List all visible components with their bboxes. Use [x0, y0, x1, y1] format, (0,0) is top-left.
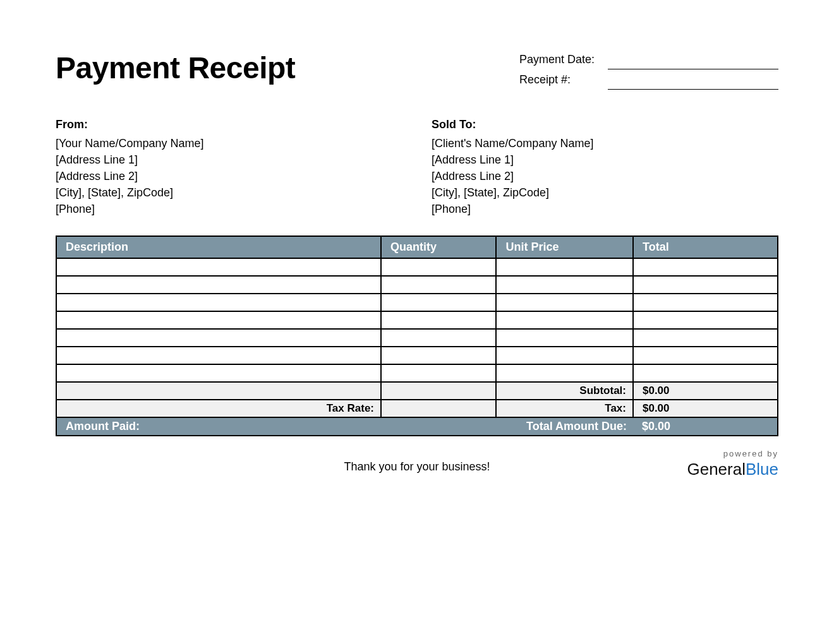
cell-unit-price[interactable]	[496, 311, 633, 329]
cell-quantity[interactable]	[381, 258, 496, 276]
brand-part1: General	[687, 460, 746, 479]
cell-quantity[interactable]	[381, 347, 496, 364]
table-row	[57, 258, 777, 276]
receipt-number-label: Receipt #:	[519, 73, 608, 90]
cell-description[interactable]	[57, 258, 381, 276]
sold-to-block: Sold To: [Client's Name/Company Name] [A…	[432, 116, 778, 218]
total-due-value: $0.00	[633, 417, 777, 435]
from-block: From: [Your Name/Company Name] [Address …	[56, 116, 402, 218]
tax-label: Tax:	[496, 400, 633, 417]
amount-paid-label: Amount Paid:	[57, 417, 381, 435]
cell-total[interactable]	[633, 258, 777, 276]
cell-description[interactable]	[57, 311, 381, 329]
tax-rate-label: Tax Rate:	[57, 400, 381, 417]
table-row	[57, 294, 777, 311]
table-row	[57, 311, 777, 329]
cell-total[interactable]	[633, 364, 777, 382]
cell-quantity[interactable]	[381, 276, 496, 294]
from-line: [Phone]	[56, 201, 402, 217]
sold-to-line: [Address Line 2]	[432, 168, 778, 184]
sold-to-heading: Sold To:	[432, 116, 778, 133]
cell-total[interactable]	[633, 294, 777, 311]
cell-quantity[interactable]	[381, 329, 496, 347]
col-description: Description	[57, 237, 381, 258]
col-total: Total	[633, 237, 777, 258]
sold-to-line: [City], [State], ZipCode]	[432, 184, 778, 201]
tax-value: $0.00	[633, 400, 777, 417]
table-row	[57, 347, 777, 364]
col-unit-price: Unit Price	[496, 237, 633, 258]
receipt-number-field[interactable]	[608, 73, 778, 90]
cell-description[interactable]	[57, 364, 381, 382]
sold-to-line: [Client's Name/Company Name]	[432, 135, 778, 152]
brand-logo: GeneralBlue	[687, 460, 778, 479]
cell-unit-price[interactable]	[496, 294, 633, 311]
amount-paid-value[interactable]	[381, 417, 496, 435]
brand-block: powered by GeneralBlue	[687, 449, 778, 479]
total-due-label: Total Amount Due:	[496, 417, 633, 435]
sold-to-line: [Address Line 1]	[432, 152, 778, 168]
from-line: [City], [State], ZipCode]	[56, 184, 402, 201]
amount-due-row: Amount Paid: Total Amount Due: $0.00	[57, 417, 777, 435]
tax-rate-value[interactable]	[381, 400, 496, 417]
items-table-wrap: Description Quantity Unit Price Total	[56, 236, 778, 436]
subtotal-value: $0.00	[633, 382, 777, 400]
cell-unit-price[interactable]	[496, 364, 633, 382]
from-line: [Your Name/Company Name]	[56, 135, 402, 152]
meta-block: Payment Date: Receipt #:	[519, 53, 778, 90]
page-title: Payment Receipt	[56, 51, 295, 85]
table-row	[57, 329, 777, 347]
payment-date-label: Payment Date:	[519, 53, 608, 69]
brand-part2: Blue	[746, 460, 778, 479]
tax-row: Tax Rate: Tax: $0.00	[57, 400, 777, 417]
cell-quantity[interactable]	[381, 294, 496, 311]
cell-description[interactable]	[57, 329, 381, 347]
header-row: Payment Receipt Payment Date: Receipt #:	[56, 51, 778, 90]
parties-row: From: [Your Name/Company Name] [Address …	[56, 116, 778, 218]
cell-total[interactable]	[633, 311, 777, 329]
table-row	[57, 276, 777, 294]
cell-description[interactable]	[57, 347, 381, 364]
col-quantity: Quantity	[381, 237, 496, 258]
cell-description[interactable]	[57, 294, 381, 311]
receipt-page: Payment Receipt Payment Date: Receipt #:…	[0, 0, 834, 487]
payment-date-field[interactable]	[608, 53, 778, 69]
cell-unit-price[interactable]	[496, 329, 633, 347]
subtotal-label: Subtotal:	[496, 382, 633, 400]
cell-total[interactable]	[633, 329, 777, 347]
from-line: [Address Line 1]	[56, 152, 402, 168]
powered-by-text: powered by	[687, 449, 778, 458]
items-table: Description Quantity Unit Price Total	[57, 237, 777, 435]
from-line: [Address Line 2]	[56, 168, 402, 184]
subtotal-row: Subtotal: $0.00	[57, 382, 777, 400]
cell-total[interactable]	[633, 276, 777, 294]
cell-total[interactable]	[633, 347, 777, 364]
table-row	[57, 364, 777, 382]
cell-quantity[interactable]	[381, 311, 496, 329]
cell-unit-price[interactable]	[496, 258, 633, 276]
from-heading: From:	[56, 116, 402, 133]
cell-unit-price[interactable]	[496, 276, 633, 294]
sold-to-line: [Phone]	[432, 201, 778, 217]
cell-unit-price[interactable]	[496, 347, 633, 364]
thank-you-text: Thank you for your business!	[344, 460, 490, 474]
cell-quantity[interactable]	[381, 364, 496, 382]
cell-description[interactable]	[57, 276, 381, 294]
footer-row: Thank you for your business! powered by …	[56, 449, 778, 487]
